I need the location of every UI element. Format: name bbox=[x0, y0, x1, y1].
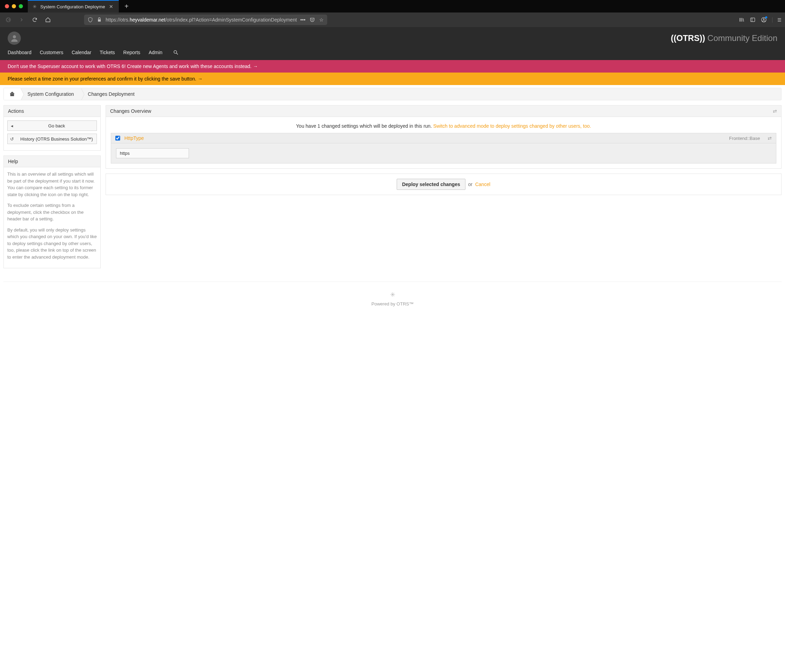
page-footer: ✳ Powered by OTRS™ bbox=[3, 282, 782, 320]
nav-customers[interactable]: Customers bbox=[40, 50, 64, 55]
help-paragraph: To exclude certain settings from a deplo… bbox=[7, 202, 97, 223]
tab-close-icon[interactable]: ✕ bbox=[108, 4, 114, 9]
actions-title: Actions bbox=[4, 106, 100, 117]
svg-line-7 bbox=[177, 53, 178, 55]
help-panel: Help This is an overview of all settings… bbox=[3, 156, 101, 268]
svg-point-5 bbox=[763, 19, 765, 20]
svg-rect-2 bbox=[751, 18, 755, 22]
pocket-icon[interactable] bbox=[310, 17, 315, 23]
help-title: Help bbox=[4, 156, 100, 167]
account-icon[interactable] bbox=[761, 17, 766, 23]
go-back-label: Go back bbox=[17, 123, 97, 128]
nav-tickets[interactable]: Tickets bbox=[100, 50, 115, 55]
library-icon[interactable] bbox=[739, 17, 744, 23]
minimize-window-icon[interactable] bbox=[12, 4, 16, 8]
footer-logo-icon: ✳ bbox=[3, 291, 782, 298]
address-bar[interactable]: https://otrs.heyvaldemar.net/otrs/index.… bbox=[84, 15, 327, 25]
changes-overview-panel: Changes Overview ⇄ You have 1 changed se… bbox=[106, 105, 782, 169]
main-nav: Dashboard Customers Calendar Tickets Rep… bbox=[0, 45, 785, 60]
user-avatar[interactable] bbox=[8, 31, 21, 45]
window-titlebar: ✳ System Configuration Deployme ✕ + bbox=[0, 0, 785, 12]
deploy-bar: Deploy selected changes or Cancel bbox=[106, 173, 782, 195]
setting-name[interactable]: HttpType bbox=[124, 136, 144, 141]
nav-calendar[interactable]: Calendar bbox=[72, 50, 91, 55]
caret-left-icon: ◂ bbox=[8, 123, 17, 128]
changes-overview-title: Changes Overview bbox=[110, 108, 151, 114]
svg-rect-1 bbox=[98, 19, 101, 22]
footer-text: Powered by OTRS™ bbox=[3, 301, 782, 307]
app-header: ((OTRS)) Community Edition Dashboard Cus… bbox=[0, 27, 785, 60]
close-window-icon[interactable] bbox=[5, 4, 9, 8]
breadcrumb-changes-deployment: Changes Deployment bbox=[81, 88, 142, 100]
setting-value: https bbox=[116, 148, 189, 158]
home-button[interactable] bbox=[43, 15, 53, 25]
setting-category: Frontend::Base bbox=[729, 136, 760, 141]
notice-text: You have 1 changed settings which will b… bbox=[296, 123, 433, 129]
alert-timezone-text: Please select a time zone in your prefer… bbox=[8, 76, 196, 81]
history-label: History (OTRS Business Solution™) bbox=[17, 136, 97, 142]
setting-item: HttpType Frontend::Base ⇄ https bbox=[111, 133, 776, 164]
svg-point-6 bbox=[174, 51, 177, 53]
alert-superuser-text: Don't use the Superuser account to work … bbox=[8, 64, 252, 69]
breadcrumb-home[interactable] bbox=[4, 88, 20, 100]
setting-compare-icon[interactable]: ⇄ bbox=[768, 136, 772, 141]
breadcrumb-sysconfig[interactable]: System Configuration bbox=[20, 88, 81, 100]
home-icon bbox=[9, 91, 15, 97]
brand-label: ((OTRS)) Community Edition bbox=[671, 33, 777, 43]
browser-toolbar: https://otrs.heyvaldemar.net/otrs/index.… bbox=[0, 12, 785, 27]
traffic-lights bbox=[0, 4, 28, 8]
advanced-mode-link[interactable]: Switch to advanced mode to deploy settin… bbox=[433, 123, 591, 129]
alert-timezone[interactable]: Please select a time zone in your prefer… bbox=[0, 73, 785, 85]
alert-superuser[interactable]: Don't use the Superuser account to work … bbox=[0, 60, 785, 73]
history-icon: ↺ bbox=[8, 136, 17, 142]
nav-dashboard[interactable]: Dashboard bbox=[8, 50, 31, 55]
setting-include-checkbox[interactable] bbox=[115, 136, 120, 140]
compare-icon[interactable]: ⇄ bbox=[773, 108, 777, 114]
tab-title: System Configuration Deployme bbox=[40, 4, 105, 9]
nav-admin[interactable]: Admin bbox=[149, 50, 163, 55]
svg-point-0 bbox=[6, 17, 11, 23]
arrow-right-icon: → bbox=[198, 76, 203, 81]
tab-favicon-icon: ✳ bbox=[33, 4, 37, 9]
history-button[interactable]: ↺ History (OTRS Business Solution™) bbox=[7, 134, 97, 144]
reload-button[interactable] bbox=[30, 15, 40, 25]
breadcrumb: System Configuration Changes Deployment bbox=[3, 88, 782, 100]
arrow-right-icon: → bbox=[253, 64, 258, 69]
forward-button[interactable] bbox=[17, 15, 27, 25]
app-menu-icon[interactable]: ☰ bbox=[772, 17, 782, 23]
search-icon[interactable] bbox=[173, 49, 178, 55]
or-text: or bbox=[468, 182, 472, 187]
actions-panel: Actions ◂ Go back ↺ History (OTRS Busine… bbox=[3, 105, 101, 151]
new-tab-button[interactable]: + bbox=[119, 2, 134, 11]
browser-tab[interactable]: ✳ System Configuration Deployme ✕ bbox=[28, 0, 119, 12]
help-paragraph: By default, you will only deploy setting… bbox=[7, 227, 97, 261]
nav-reports[interactable]: Reports bbox=[123, 50, 140, 55]
help-paragraph: This is an overview of all settings whic… bbox=[7, 171, 97, 198]
tracking-shield-icon bbox=[88, 17, 93, 23]
url-text: https://otrs.heyvaldemar.net/otrs/index.… bbox=[106, 17, 297, 23]
zoom-window-icon[interactable] bbox=[19, 4, 23, 8]
setting-header: HttpType Frontend::Base ⇄ bbox=[111, 133, 776, 143]
deploy-button[interactable]: Deploy selected changes bbox=[397, 179, 465, 190]
back-button[interactable] bbox=[3, 15, 13, 25]
lock-icon bbox=[97, 17, 102, 23]
go-back-button[interactable]: ◂ Go back bbox=[7, 120, 97, 131]
cancel-link[interactable]: Cancel bbox=[475, 182, 491, 187]
bookmark-star-icon[interactable]: ☆ bbox=[319, 17, 324, 23]
page-actions-icon[interactable]: ••• bbox=[300, 17, 306, 23]
deployment-notice: You have 1 changed settings which will b… bbox=[106, 117, 781, 133]
sidebar-icon[interactable] bbox=[750, 17, 755, 23]
